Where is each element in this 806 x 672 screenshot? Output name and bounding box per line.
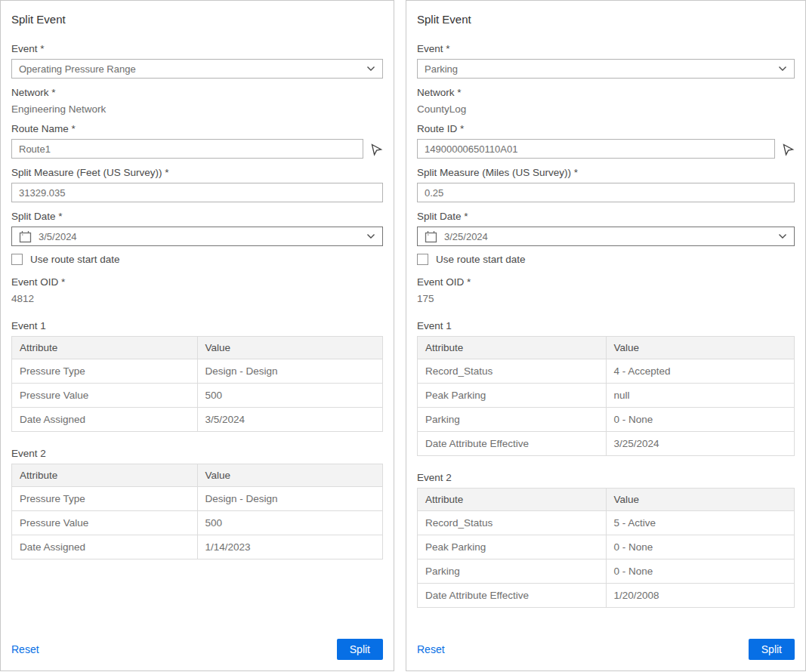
split-date-value: 3/25/2024 — [444, 231, 772, 242]
split-button[interactable]: Split — [337, 639, 383, 660]
network-label: Network * — [417, 87, 795, 98]
route-label: Route ID * — [417, 123, 795, 134]
reset-button[interactable]: Reset — [11, 643, 39, 655]
event-oid-label: Event OID * — [417, 276, 795, 288]
attribute-cell: Pressure Type — [12, 487, 198, 511]
value-cell: 500 — [197, 511, 383, 535]
attribute-cell: Peak Parking — [418, 384, 607, 408]
attribute-cell: Date Attribute Effective — [418, 432, 607, 456]
table-row: Pressure Value500 — [12, 511, 383, 535]
column-header: Value — [197, 464, 383, 487]
split-event-panel-right: Split Event Event * Parking Network * Co… — [406, 0, 806, 671]
split-event-workspace: Split Event Event * Operating Pressure R… — [0, 0, 806, 672]
split-date-value: 3/5/2024 — [39, 231, 360, 242]
value-cell: Design - Design — [197, 359, 383, 384]
event-2-section-label: Event 2 — [11, 448, 383, 459]
event-1-section-label: Event 1 — [417, 320, 795, 331]
value-cell: 1/14/2023 — [197, 535, 383, 559]
attribute-cell: Parking — [418, 559, 607, 584]
table-row: Date Attribute Effective1/20/2008 — [418, 584, 795, 608]
table-row: Date Attribute Effective3/25/2024 — [418, 432, 795, 456]
network-label: Network * — [11, 87, 383, 98]
panel-footer: Reset Split — [11, 631, 383, 660]
event-oid-value: 175 — [417, 293, 795, 304]
column-header: Attribute — [418, 337, 607, 359]
column-header: Value — [606, 489, 795, 511]
split-button[interactable]: Split — [749, 639, 795, 660]
attribute-cell: Pressure Value — [12, 511, 198, 535]
route-label: Route Name * — [11, 123, 383, 134]
use-route-start-date-label: Use route start date — [30, 254, 120, 265]
attribute-cell: Date Assigned — [12, 408, 198, 432]
value-cell: 500 — [197, 384, 383, 408]
use-route-start-date-checkbox[interactable] — [11, 254, 23, 265]
route-input[interactable] — [11, 139, 363, 159]
value-cell: 0 - None — [606, 535, 795, 559]
table-row: Parking0 - None — [418, 408, 795, 432]
event-2-table: AttributeValuePressure TypeDesign - Desi… — [11, 464, 383, 559]
event-2-table: AttributeValueRecord_Status5 - ActivePea… — [417, 488, 795, 608]
value-cell: 4 - Accepted — [606, 359, 795, 384]
measure-label: Split Measure (Miles (US Survey)) * — [417, 167, 795, 178]
attribute-cell: Parking — [418, 408, 607, 432]
event-select[interactable]: Parking — [417, 59, 795, 79]
table-row: Pressure TypeDesign - Design — [12, 487, 383, 511]
reset-button[interactable]: Reset — [417, 643, 445, 655]
value-cell: 1/20/2008 — [606, 584, 795, 608]
pick-route-pointer-icon[interactable] — [370, 142, 383, 156]
split-date-select[interactable]: 3/25/2024 — [417, 227, 795, 246]
attribute-cell: Pressure Type — [12, 359, 198, 384]
panel-footer: Reset Split — [417, 631, 795, 660]
chevron-down-icon — [366, 233, 375, 239]
split-event-panel-left: Split Event Event * Operating Pressure R… — [0, 0, 394, 671]
route-input[interactable] — [417, 139, 775, 159]
event-label: Event * — [417, 43, 795, 54]
table-row: Parking0 - None — [418, 559, 795, 584]
pick-route-pointer-icon[interactable] — [782, 142, 795, 156]
use-route-start-date-row: Use route start date — [417, 254, 795, 265]
event-select[interactable]: Operating Pressure Range — [11, 59, 383, 79]
event-select-value: Parking — [425, 63, 772, 75]
chevron-down-icon — [778, 233, 787, 239]
network-value: Engineering Network — [11, 103, 383, 115]
split-date-label: Split Date * — [417, 211, 795, 222]
attribute-cell: Pressure Value — [12, 384, 198, 408]
attribute-cell: Date Attribute Effective — [418, 584, 607, 608]
table-row: Date Assigned1/14/2023 — [12, 535, 383, 559]
use-route-start-date-row: Use route start date — [11, 254, 383, 265]
use-route-start-date-checkbox[interactable] — [417, 254, 428, 265]
value-cell: null — [606, 384, 795, 408]
table-row: Date Assigned3/5/2024 — [12, 408, 383, 432]
event-label: Event * — [11, 43, 383, 54]
event-1-table: AttributeValueRecord_Status4 - AcceptedP… — [417, 336, 795, 456]
attribute-cell: Peak Parking — [418, 535, 607, 559]
column-header: Attribute — [418, 489, 607, 511]
value-cell: 0 - None — [606, 559, 795, 584]
split-date-select[interactable]: 3/5/2024 — [11, 227, 383, 246]
chevron-down-icon — [778, 66, 787, 72]
value-cell: 3/5/2024 — [197, 408, 383, 432]
attribute-cell: Record_Status — [418, 359, 607, 384]
split-measure-input[interactable] — [11, 183, 383, 202]
value-cell: 0 - None — [606, 408, 795, 432]
column-header: Value — [606, 337, 795, 359]
event-select-value: Operating Pressure Range — [19, 63, 360, 75]
network-value: CountyLog — [417, 103, 795, 115]
event-1-section-label: Event 1 — [11, 320, 383, 331]
event-1-table: AttributeValuePressure TypeDesign - Desi… — [11, 336, 383, 432]
event-oid-label: Event OID * — [11, 276, 383, 288]
page-title: Split Event — [11, 13, 383, 26]
page-title: Split Event — [417, 13, 795, 26]
column-header: Attribute — [12, 337, 198, 359]
calendar-icon — [19, 230, 32, 243]
calendar-icon — [425, 230, 437, 243]
event-2-section-label: Event 2 — [417, 472, 795, 483]
table-row: Record_Status5 - Active — [418, 511, 795, 535]
value-cell: 3/25/2024 — [606, 432, 795, 456]
table-row: Pressure Value500 — [12, 384, 383, 408]
column-header: Attribute — [12, 464, 198, 487]
table-row: Record_Status4 - Accepted — [418, 359, 795, 384]
column-header: Value — [197, 337, 383, 359]
use-route-start-date-label: Use route start date — [436, 254, 526, 265]
split-measure-input[interactable] — [417, 183, 795, 202]
